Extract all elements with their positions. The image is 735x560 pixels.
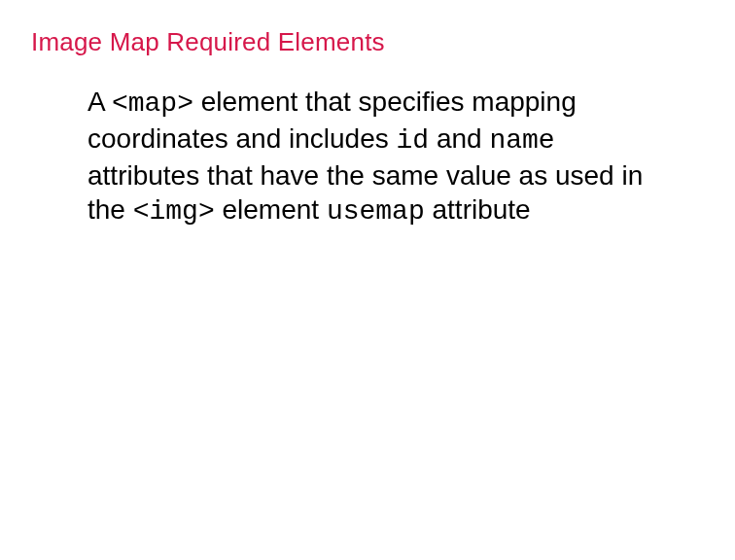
text-segment: attribute — [425, 194, 531, 225]
text-segment: A — [88, 87, 112, 117]
page-title: Image Map Required Elements — [31, 27, 704, 57]
code-img-tag: <img> — [133, 196, 215, 227]
code-map-tag: <map> — [112, 88, 193, 119]
code-id-attr: id — [397, 125, 430, 156]
text-segment: and — [429, 123, 489, 154]
code-name-attr: name — [489, 125, 554, 156]
description-paragraph: A <map> element that specifies mapping c… — [31, 85, 704, 229]
text-segment: element — [215, 194, 327, 225]
code-usemap-attr: usemap — [327, 196, 425, 227]
